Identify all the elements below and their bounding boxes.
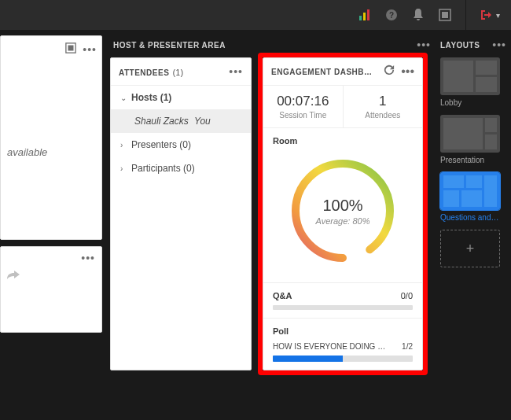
layout-label: Presentation xyxy=(440,156,502,164)
svg-rect-0 xyxy=(359,16,362,20)
more-icon[interactable]: ••• xyxy=(229,65,243,78)
qa-bar xyxy=(273,305,413,310)
session-time-stat: 00:07:16 Session Time xyxy=(263,86,344,127)
host-presenter-area: HOST & PRESENTER AREA ••• ATTENDEES (1) … xyxy=(110,35,436,370)
engagement-gauge: 100% Average: 80% xyxy=(284,152,402,270)
chevron-right-icon: › xyxy=(120,141,127,149)
svg-rect-6 xyxy=(442,12,448,18)
qa-count: 0/0 xyxy=(401,291,413,300)
group-presenters[interactable]: › Presenters (0) xyxy=(111,133,251,157)
pod-view-icon[interactable] xyxy=(65,42,76,57)
host-area-title: HOST & PRESENTER AREA xyxy=(113,41,226,50)
poll-progress-bar xyxy=(273,356,413,362)
gauge-average: Average: 80% xyxy=(316,216,370,226)
stats-row: 00:07:16 Session Time 1 Attendees xyxy=(263,86,422,128)
layouts-header: LAYOUTS ••• xyxy=(440,35,506,57)
engagement-highlight: ENGAGEMENT DASHBO… ••• 00:07:16 Session … xyxy=(263,57,423,370)
svg-text:?: ? xyxy=(389,11,394,20)
top-toolbar: ? ▾ xyxy=(0,0,511,30)
engagement-title: ENGAGEMENT DASHBO… xyxy=(271,68,373,76)
bell-icon[interactable] xyxy=(412,9,425,21)
attendees-label: Attendees xyxy=(347,111,420,120)
add-layout-button[interactable]: + xyxy=(440,230,500,267)
poll-label: Poll xyxy=(273,326,289,336)
more-icon[interactable]: ••• xyxy=(81,252,95,264)
host-area-header: HOST & PRESENTER AREA ••• xyxy=(110,35,436,57)
svg-rect-2 xyxy=(367,9,369,20)
room-section: Room xyxy=(263,128,422,283)
qa-label: Q&A xyxy=(273,291,292,300)
engagement-header: ENGAGEMENT DASHBO… ••• xyxy=(263,58,422,86)
plus-icon: + xyxy=(466,241,475,257)
group-label: Participants (0) xyxy=(131,163,195,174)
attendees-title: ATTENDEES (1) xyxy=(119,64,184,79)
layouts-title: LAYOUTS xyxy=(440,41,480,50)
attendees-stat: 1 Attendees xyxy=(344,86,423,127)
group-participants[interactable]: › Participants (0) xyxy=(111,157,251,180)
secondary-pod: ••• xyxy=(0,246,102,333)
attendee-name: Shauli Zacks xyxy=(134,116,189,127)
more-icon[interactable]: ••• xyxy=(401,64,414,79)
poll-question: HOW IS EVERYONE DOING … xyxy=(273,342,385,351)
group-hosts[interactable]: ⌄ Hosts (1) xyxy=(111,86,251,109)
engagement-dashboard: ENGAGEMENT DASHBO… ••• 00:07:16 Session … xyxy=(263,57,423,370)
chevron-right-icon: › xyxy=(120,164,127,173)
session-time-label: Session Time xyxy=(267,111,340,120)
gauge-percent: 100% xyxy=(322,197,362,215)
chevron-down-icon: ⌄ xyxy=(120,94,127,102)
poll-responses: 1/2 xyxy=(402,342,413,351)
qa-section: Q&A 0/0 xyxy=(263,283,422,319)
more-icon[interactable]: ••• xyxy=(83,43,97,56)
attendees-header: ATTENDEES (1) ••• xyxy=(111,58,251,86)
toolbar-divider xyxy=(465,0,466,30)
exit-button[interactable]: ▾ xyxy=(480,9,500,21)
layouts-panel: LAYOUTS ••• Lobby Presentation Questions… xyxy=(440,35,506,267)
available-text: available xyxy=(7,146,47,158)
attendee-row[interactable]: Shauli Zacks You xyxy=(111,109,251,133)
more-icon[interactable]: ••• xyxy=(492,39,506,51)
analytics-icon[interactable] xyxy=(358,9,371,21)
more-icon[interactable]: ••• xyxy=(417,39,431,51)
poll-section: Poll HOW IS EVERYONE DOING … 1/2 xyxy=(263,319,422,370)
share-arrow-icon[interactable] xyxy=(7,271,20,285)
group-label: Hosts (1) xyxy=(131,92,171,103)
refresh-icon[interactable] xyxy=(384,64,395,79)
svg-rect-1 xyxy=(363,13,366,20)
layout-presentation[interactable]: Presentation xyxy=(440,115,506,164)
group-label: Presenters (0) xyxy=(131,139,191,150)
fullscreen-icon[interactable] xyxy=(439,9,451,21)
svg-rect-8 xyxy=(68,46,74,51)
layout-label: Questions and… xyxy=(440,213,502,222)
layout-label: Lobby xyxy=(440,98,502,107)
chevron-down-icon: ▾ xyxy=(496,11,500,20)
session-time-value: 00:07:16 xyxy=(267,94,340,109)
layout-questions[interactable]: Questions and… xyxy=(440,172,506,222)
attendees-value: 1 xyxy=(347,94,420,109)
help-icon[interactable]: ? xyxy=(385,9,398,21)
attendee-you-suffix: You xyxy=(194,116,211,127)
exit-icon xyxy=(480,9,493,21)
room-label: Room xyxy=(273,136,413,146)
attendees-panel: ATTENDEES (1) ••• ⌄ Hosts (1) Shauli Zac… xyxy=(110,57,252,370)
left-column: ••• available ••• xyxy=(0,35,102,420)
layout-lobby[interactable]: Lobby xyxy=(440,57,506,107)
poll-progress-fill xyxy=(273,356,343,362)
share-pod: ••• available xyxy=(0,35,102,240)
